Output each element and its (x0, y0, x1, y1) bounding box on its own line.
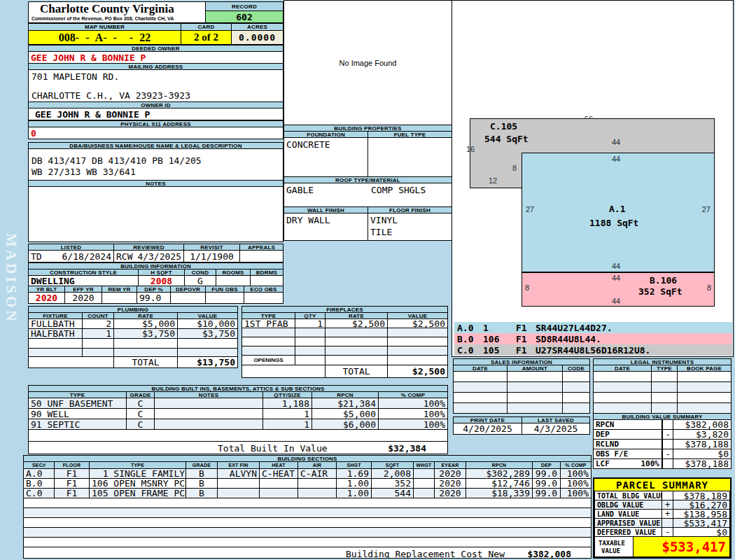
empty-cell (593, 382, 652, 393)
sketch-shape-a1: 44 27 27 A.1 1188 SqFt 44 (522, 153, 715, 272)
notes-box (28, 186, 284, 242)
parcel-value: $16,270 (673, 500, 730, 510)
sections-cell: 2020 (434, 478, 466, 489)
sections-cell: F1 (54, 468, 90, 479)
floor-finish-value: VINYL TILE (368, 213, 452, 241)
empty-row (23, 517, 592, 528)
plumbing-total-value: $13,750 (177, 356, 238, 368)
legal-line-2: WB 27/313 WB 33/641 (31, 167, 136, 177)
plumbing-total-label: TOTAL (113, 356, 178, 368)
bvs-label-text: LCF (596, 459, 610, 468)
record-value[interactable]: 602 (205, 10, 284, 23)
built-ins-total-row: Total Built In Value $32,384 (28, 441, 448, 454)
bvs-sign: - (662, 429, 673, 440)
empty-cell (562, 392, 590, 403)
bvs-value: $378,188 (673, 458, 732, 469)
parcel-sign: + (662, 500, 673, 510)
wall-finish-value: DRY WALL (284, 213, 368, 241)
fireplaces-total-label: TOTAL (325, 365, 388, 378)
empty-cell (651, 371, 678, 382)
sections-cell: 105 OPEN FRAME PCH (89, 488, 186, 498)
vector-code: 1 (483, 323, 489, 333)
plumbing-cell: 2 (82, 318, 114, 329)
fireplaces-openings-label: OPENINGS (241, 355, 295, 365)
listed-date: 6/18/2024 (62, 251, 111, 262)
sketch-dim: 12 (489, 176, 497, 185)
vector-path: U27SR44U8L56D16R12U8. (536, 345, 650, 356)
built-ins-cell: 100% (378, 419, 448, 430)
floor-finish-line1: VINYL (370, 215, 398, 225)
vector-code: 106 (483, 334, 499, 344)
sketch-a-sqft: 1188 SqFt (589, 218, 638, 228)
sketch-dim: 44 (612, 274, 620, 282)
bvs-pct: 100% (641, 459, 660, 468)
sketch-shape-b106: 44 B.106 8 352 SqFt 8 44 (522, 272, 715, 307)
sections-cell: 99.0 (532, 488, 561, 498)
empty-cell (507, 371, 563, 382)
built-ins-cell: C (126, 419, 155, 430)
empty-cell (651, 382, 678, 393)
sections-cell (413, 478, 435, 489)
parcel-sign: - (662, 527, 673, 537)
sketch-dim: 44 (612, 138, 620, 146)
parcel-value: $378,189 (673, 491, 730, 500)
record-label: RECORD (205, 1, 284, 11)
map-number-value[interactable]: 008- - A- - - 22 (28, 30, 181, 45)
empty-cell (677, 392, 732, 403)
empty-row (23, 527, 592, 538)
empty-cell (241, 328, 295, 337)
built-ins-cell: $6,000 (312, 419, 379, 430)
bvs-value: $3,820 (673, 429, 732, 440)
empty-row (23, 537, 592, 547)
foundation-value: CONCRETE (284, 137, 368, 177)
funobs-value (205, 292, 244, 304)
built-ins-total-label: Total Built In Value (218, 443, 328, 454)
parcel-summary-title: PARCEL SUMMARY (594, 479, 730, 491)
empty-cell (241, 337, 295, 346)
sections-cell: 2,008 (371, 468, 414, 479)
vector-sec: B.0 (457, 334, 473, 344)
built-ins-cell: 100% (378, 408, 448, 419)
fireplaces-total-value: $2,500 (387, 365, 448, 378)
parcel-value: $0 (673, 527, 730, 537)
empty-cell (651, 402, 678, 414)
empty-cell (562, 402, 590, 414)
dep-value: 99.0 (136, 292, 171, 304)
legal-line-1: DB 413/417 DB 413/410 PB 14/205 (31, 155, 202, 166)
bvs-sign (662, 419, 673, 430)
sketch-dim: 44 (612, 297, 620, 305)
bvs-label: RCLND (593, 439, 662, 449)
sections-cell: B (186, 468, 218, 479)
sections-cell (298, 488, 337, 498)
empty-cell (562, 382, 590, 393)
empty-cell (113, 338, 178, 349)
empty-cell (387, 346, 448, 356)
empty-cell (453, 402, 507, 414)
legal-description-box: DB 413/417 DB 413/410 PB 14/205 WB 27/31… (28, 148, 284, 181)
vector-code: 105 (483, 345, 499, 356)
empty-cell (507, 392, 563, 403)
acres-value: 0.0000 (231, 30, 284, 45)
mailing-line-1: 701 MAPLETON RD. (31, 71, 119, 82)
sections-cell: F1 (54, 488, 90, 498)
empty-cell (325, 355, 388, 365)
fireplaces-cell: $2,500 (387, 318, 448, 328)
owner-id-value: GEE JOHN R & BONNIE P (28, 108, 284, 120)
empty-cell (507, 402, 563, 414)
listed-by: TD (31, 251, 42, 262)
empty-row (23, 498, 592, 508)
empty-cell (677, 382, 732, 393)
built-ins-cell (154, 419, 263, 430)
built-ins-cell: 90 WELL (28, 408, 127, 419)
card-value[interactable]: 2 of 2 (181, 30, 232, 45)
vector-floor: F1 (516, 334, 527, 344)
taxable-value: $533,417 (633, 536, 730, 557)
sections-cell: 544 (371, 488, 414, 498)
sketch-dim: 8 (512, 164, 517, 172)
empty-cell (387, 337, 448, 346)
commissioner-line: Commissioner of the Revenue, PO Box 308,… (31, 16, 174, 21)
sketch-c-label: C.105 (490, 121, 517, 132)
sections-cell: 100% (560, 478, 592, 489)
replacement-cost-value: $382,008 (527, 549, 571, 559)
taxable-label-line2: VALUE (601, 547, 620, 554)
